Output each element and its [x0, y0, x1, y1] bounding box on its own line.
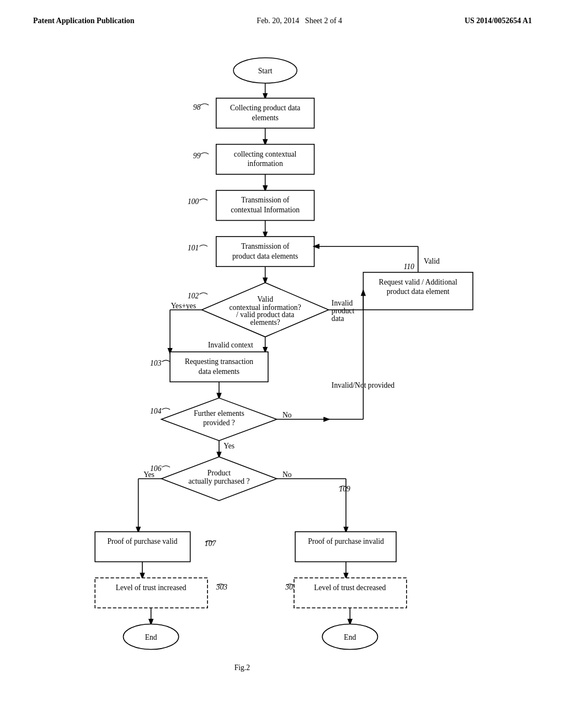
page-header: Patent Application Publication Feb. 20, … — [33, 17, 532, 25]
svg-text:Request valid / Additional: Request valid / Additional — [379, 278, 457, 286]
svg-text:99: 99 — [193, 152, 201, 160]
svg-text:103: 103 — [150, 359, 162, 367]
svg-text:Proof of purchase valid: Proof of purchase valid — [107, 537, 177, 545]
svg-text:Valid: Valid — [424, 257, 440, 265]
header-sheet: Sheet 2 of 4 — [305, 17, 342, 25]
svg-text:No: No — [282, 411, 292, 419]
svg-text:Start: Start — [258, 67, 273, 75]
svg-text:Yes+yes: Yes+yes — [171, 302, 196, 310]
svg-text:98: 98 — [193, 103, 201, 111]
svg-text:product data element: product data element — [387, 287, 450, 296]
page: Patent Application Publication Feb. 20, … — [0, 0, 565, 728]
svg-text:Level of trust increased: Level of trust increased — [116, 584, 186, 592]
header-right: US 2014/0052654 A1 — [465, 17, 532, 25]
svg-text:provided ?: provided ? — [203, 419, 235, 427]
svg-text:Yes: Yes — [223, 442, 234, 450]
svg-text:No: No — [282, 470, 292, 479]
svg-text:Level of trust decreased: Level of trust decreased — [314, 584, 386, 592]
svg-text:Product: Product — [207, 469, 231, 477]
svg-text:Further elements: Further elements — [194, 409, 244, 417]
svg-text:information: information — [248, 159, 283, 168]
svg-text:contextual Information: contextual Information — [231, 206, 300, 214]
svg-text:End: End — [344, 633, 356, 641]
svg-text:100: 100 — [188, 197, 199, 206]
svg-text:Proof of purchase invalid: Proof of purchase invalid — [308, 537, 384, 545]
svg-text:Requesting transaction: Requesting transaction — [185, 357, 253, 366]
svg-text:Invalid context: Invalid context — [208, 341, 253, 349]
flowchart-svg: Start 98 Collecting product data element… — [33, 47, 532, 682]
svg-text:Valid: Valid — [257, 295, 273, 303]
svg-text:Transmission of: Transmission of — [241, 242, 290, 250]
svg-text:101: 101 — [188, 244, 199, 252]
svg-rect-61 — [295, 532, 396, 561]
svg-text:elements?: elements? — [250, 318, 280, 326]
svg-text:End: End — [145, 633, 157, 641]
svg-text:Yes: Yes — [143, 470, 154, 479]
svg-text:product data elements: product data elements — [232, 252, 298, 260]
svg-rect-58 — [95, 532, 190, 561]
svg-text:110: 110 — [404, 263, 415, 271]
svg-rect-67 — [95, 578, 207, 608]
header-date: Feb. 20, 2014 — [257, 17, 299, 25]
svg-text:Transmission of: Transmission of — [241, 196, 290, 204]
svg-text:elements: elements — [252, 114, 279, 122]
svg-text:data elements: data elements — [199, 367, 239, 376]
svg-text:102: 102 — [188, 292, 199, 300]
svg-text:Collecting product data: Collecting product data — [230, 104, 300, 112]
svg-text:data: data — [332, 314, 344, 323]
header-center: Feb. 20, 2014 Sheet 2 of 4 — [257, 17, 342, 25]
svg-rect-69 — [294, 578, 407, 608]
svg-text:actually purchased ?: actually purchased ? — [189, 477, 250, 485]
svg-text:collecting contextual: collecting contextual — [234, 150, 297, 158]
header-left: Patent Application Publication — [33, 17, 135, 25]
svg-text:Fig.2: Fig.2 — [234, 663, 250, 672]
svg-text:104: 104 — [150, 407, 162, 415]
diagram-container: Start 98 Collecting product data element… — [33, 47, 532, 684]
